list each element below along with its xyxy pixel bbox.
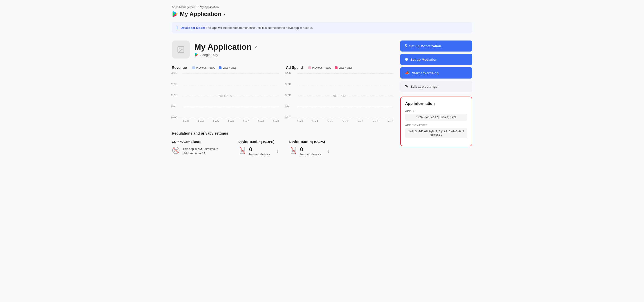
grid-line: $5K [297, 107, 393, 107]
app-name-block: My Application ↗ [194, 42, 258, 57]
start-advertising-button[interactable]: 📣 Start advertising [400, 67, 472, 79]
set-up-mediation-button[interactable]: ⊕ Set up Mediation [400, 54, 472, 65]
ccpa-blocked: 0 blocked devices [300, 146, 321, 156]
breadcrumb: Apps Management / My Application [172, 6, 472, 9]
regulations-section: Regulations and privacy settings COPPA C… [172, 131, 393, 156]
adspend-chart-header: Ad Spend Previous 7 days Last 7 days [286, 66, 393, 70]
breadcrumb-separator: / [198, 6, 198, 9]
revenue-chart-title: Revenue [172, 66, 187, 70]
app-name-display: My Application ↗ [194, 42, 258, 52]
adspend-x-axis: Jan 3 Jan 4 Jan 5 Jan 6 Jan 7 Jan 8 Jan … [286, 118, 393, 122]
revenue-chart-area: $20K $15K $10K $5K $0.00 NO DATA [172, 73, 279, 118]
app-display-name: My Application [194, 42, 252, 52]
gdpr-content: 0 blocked devices ↓ [238, 146, 278, 156]
ccpa-card: Device Tracking (CCPA) [290, 140, 330, 156]
app-title: My Application [180, 11, 221, 18]
gdpr-title: Device Tracking (GDPR) [238, 140, 278, 144]
adspend-prev-label: Previous 7 days [312, 66, 331, 69]
last-revenue-dot [219, 66, 222, 69]
grid-line: $0.00 [182, 118, 279, 118]
svg-point-1 [179, 48, 180, 49]
ccpa-label: blocked devices [300, 153, 321, 156]
coppa-content: This app is NOT directed to children und… [172, 146, 228, 156]
coppa-desc: This app is NOT directed to children und… [182, 147, 228, 155]
right-column: $ Set up Monetization ⊕ Set up Mediation… [400, 41, 472, 156]
main-layout: My Application ↗ [172, 41, 472, 156]
gdpr-label: blocked devices [249, 153, 270, 156]
coppa-icon [172, 146, 180, 156]
revenue-no-data: NO DATA [218, 94, 232, 97]
google-play-small-icon [194, 53, 198, 57]
advertising-label: Start advertising [412, 71, 438, 75]
set-up-monetization-button[interactable]: $ Set up Monetization [400, 41, 472, 52]
adspend-chart: Ad Spend Previous 7 days Last 7 days $20… [286, 66, 393, 122]
revenue-chart-header: Revenue Previous 7 days Last 7 days [172, 66, 279, 70]
monetization-label: Set up Monetization [409, 44, 441, 48]
monetization-icon: $ [405, 44, 407, 48]
edit-icon: ✎ [405, 84, 408, 89]
app-information-panel: App information APP ID 1a2b3c4d5e6f7g8h9… [400, 97, 472, 146]
regulations-cards: COPPA Compliance [172, 140, 393, 156]
adspend-no-data: NO DATA [333, 94, 346, 97]
ccpa-count: 0 [300, 146, 321, 153]
ccpa-icon [290, 146, 298, 156]
revenue-x-axis: Jan 3 Jan 4 Jan 5 Jan 6 Jan 7 Jan 8 Jan … [172, 118, 279, 122]
revenue-legend-prev: Previous 7 days [192, 66, 215, 69]
app-sig-value: 1a2b3c4d5e6f7g8h9i0j1k2l3m4n5o6p7q8r9s0t [405, 128, 467, 138]
grid-line: $20K [182, 73, 279, 74]
revenue-chart: Revenue Previous 7 days Last 7 days $20K [172, 66, 279, 122]
app-info-panel-title: App information [405, 102, 467, 106]
breadcrumb-current: My Application [200, 6, 219, 9]
external-link-icon[interactable]: ↗ [254, 44, 258, 50]
breadcrumb-parent[interactable]: Apps Management [172, 6, 196, 9]
grid-line: $0.00 [297, 118, 393, 118]
grid-line: $5K [182, 107, 279, 107]
adspend-chart-title: Ad Spend [286, 66, 303, 70]
title-dropdown-arrow[interactable]: ▾ [224, 12, 225, 16]
grid-line: $15K [182, 85, 279, 85]
revenue-last-label: Last 7 days [222, 66, 236, 69]
svg-point-4 [176, 149, 178, 150]
revenue-legend-last: Last 7 days [219, 66, 236, 69]
prev-revenue-dot [192, 66, 195, 69]
mediation-label: Set up Mediation [410, 58, 437, 62]
app-icon-box [172, 41, 190, 59]
ccpa-title: Device Tracking (CCPA) [290, 140, 330, 144]
app-header: My Application ▾ [172, 11, 472, 18]
app-id-field: APP ID 1a2b3c4d5e6f7g8h9i0j1k2l [405, 110, 467, 121]
ccpa-download-icon[interactable]: ↓ [327, 149, 330, 154]
edit-app-settings-button[interactable]: ✎ Edit app settings [400, 81, 472, 92]
app-id-value: 1a2b3c4d5e6f7g8h9i0j1k2l [405, 114, 467, 121]
ccpa-content: 0 blocked devices ↓ [290, 146, 330, 156]
developer-mode-banner: ℹ Developer Mode: This app will not be a… [172, 22, 472, 33]
action-buttons: $ Set up Monetization ⊕ Set up Mediation… [400, 41, 472, 92]
edit-label: Edit app settings [410, 85, 438, 88]
gdpr-download-icon[interactable]: ↓ [276, 149, 278, 154]
app-signature-field: APP SIGNATURE 1a2b3c4d5e6f7g8h9i0j1k2l3m… [405, 124, 467, 138]
charts-row: Revenue Previous 7 days Last 7 days $20K [172, 66, 393, 122]
coppa-card: COPPA Compliance [172, 140, 228, 156]
app-platform: Google Play [194, 53, 258, 57]
grid-line: $15K [297, 85, 393, 85]
app-display-card: My Application ↗ [172, 41, 393, 59]
adspend-last-label: Last 7 days [339, 66, 352, 69]
gdpr-icon [238, 146, 246, 156]
revenue-prev-label: Previous 7 days [196, 66, 215, 69]
left-column: My Application ↗ [172, 41, 393, 156]
prev-spend-dot [308, 66, 311, 69]
last-spend-dot [335, 66, 338, 69]
image-placeholder-icon [177, 46, 185, 54]
gdpr-blocked: 0 blocked devices [249, 146, 270, 156]
mediation-icon: ⊕ [405, 57, 408, 62]
dev-banner-text: Developer Mode: This app will not be abl… [180, 26, 313, 30]
adspend-legend-prev: Previous 7 days [308, 66, 331, 69]
adspend-chart-area: $20K $15K $10K $5K $0.00 NO DATA [286, 73, 393, 118]
app-id-label: APP ID [405, 110, 467, 112]
google-play-icon [172, 11, 178, 17]
gdpr-count: 0 [249, 146, 270, 153]
gdpr-card: Device Tracking (GDPR) [238, 140, 278, 156]
grid-line: $20K [297, 73, 393, 74]
adspend-legend-last: Last 7 days [335, 66, 352, 69]
advertising-icon: 📣 [405, 71, 410, 75]
regulations-title: Regulations and privacy settings [172, 131, 393, 135]
